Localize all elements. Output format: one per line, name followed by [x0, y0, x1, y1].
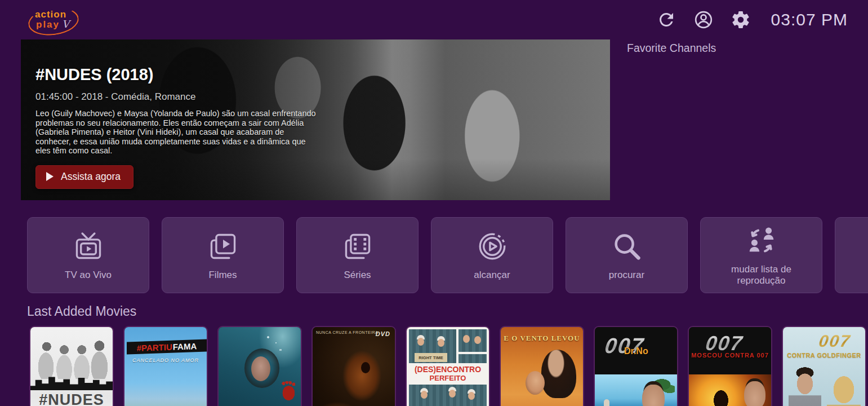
poster-mouth	[361, 362, 370, 373]
poster-sign: RIGHT TIME	[415, 353, 447, 362]
poster-woman	[827, 372, 861, 406]
poster-title: (DES)ENCONTRO PERFEITO	[407, 365, 489, 382]
logo-text-play: play	[36, 19, 60, 30]
movie-poster-partiufama[interactable]: #PARTIU FAMA CANCELADO NO AMOR	[123, 326, 208, 406]
movie-poster-nudes[interactable]: #NUDES	[29, 326, 114, 406]
top-bar: action play V 03:07 PM	[0, 0, 868, 39]
poster-art	[313, 327, 395, 406]
search-icon	[611, 230, 643, 263]
poster-title: CONTRA GOLDFINGER	[783, 352, 865, 359]
poster-face	[642, 385, 665, 406]
poster-face	[438, 339, 444, 347]
live-tv-icon	[72, 230, 105, 263]
watch-now-label: Assista agora	[61, 171, 121, 183]
menu-tile-switch-playlist[interactable]: mudar lista de reprodução	[700, 217, 822, 293]
refresh-icon[interactable]	[656, 10, 676, 30]
poster-title-line1: (DES)ENCONTRO	[407, 365, 489, 374]
menu-label: procurar	[609, 270, 644, 281]
hero-meta: 01:45:00 - 2018 - Comédia, Romance	[35, 91, 340, 103]
switch-playlist-icon	[745, 224, 778, 257]
account-icon[interactable]	[693, 10, 714, 30]
poster-bubbles	[264, 332, 286, 360]
movie-poster-moscou-contra-007[interactable]: 007 MOSCOU CONTRA 007	[688, 326, 772, 406]
poster-photo	[409, 385, 487, 406]
movie-poster-desencontro[interactable]: RIGHT TIME (DES)ENCONTRO PERFEITO	[406, 326, 490, 406]
app-logo: action play V	[27, 6, 81, 35]
poster-face	[744, 381, 765, 406]
poster-runner	[711, 389, 731, 406]
poster-title: E O VENTO LEVOU	[501, 334, 583, 343]
poster-title-part1: #PARTIU	[137, 342, 172, 352]
poster-subtitle: CANCELADO NO AMOR	[124, 358, 207, 363]
series-icon	[341, 230, 374, 263]
last-added-movies-row: #NUDES #PARTIU FAMA CANCELADO NO AMOR NU…	[29, 326, 866, 406]
hero-description: Leo (Guily Machovec) e Maysa (Yolanda de…	[35, 109, 320, 156]
poster-007-logo: 007	[818, 332, 852, 351]
hero-title: #NUDES (2018)	[35, 65, 340, 84]
menu-tile-series[interactable]: Séries	[296, 217, 419, 293]
movie-poster-vento-levou[interactable]: E O VENTO LEVOU	[500, 326, 584, 406]
poster-man	[789, 367, 821, 406]
poster-face	[251, 356, 270, 381]
menu-label: mudar lista de reprodução	[711, 264, 812, 286]
poster-title-part2: FAMA	[173, 341, 197, 351]
favorite-channels-title: Favorite Channels	[627, 42, 716, 55]
main-menu: TV ao Vivo Filmes Séries alcançar	[27, 217, 868, 293]
movie-poster-dr-no[interactable]: 007 Dr.No	[594, 326, 678, 406]
poster-photo	[459, 354, 487, 363]
poster-face	[421, 391, 428, 399]
menu-tile-partial[interactable]	[835, 217, 868, 293]
poster-title-line2: PERFEITO	[407, 374, 489, 382]
poster-figures	[35, 339, 108, 379]
menu-label: Séries	[344, 270, 371, 281]
poster-title: Dr.No	[624, 346, 648, 356]
poster-tagline: NUNCA CRUZE A FRONTEIRA...	[316, 330, 382, 334]
dvd-badge: DVD	[376, 330, 390, 337]
menu-label: Filmes	[208, 270, 237, 281]
clock: 03:07 PM	[771, 10, 848, 29]
last-added-title: Last Added Movies	[27, 304, 136, 319]
hero-content: #NUDES (2018) 01:45:00 - 2018 - Comédia,…	[35, 65, 340, 189]
app-screen: { "colors": { "background": "#330c45", "…	[0, 0, 868, 406]
catchup-icon	[476, 230, 509, 263]
play-icon	[46, 172, 54, 181]
poster-bloody-hand	[281, 381, 297, 400]
menu-tile-catchup[interactable]: alcançar	[431, 217, 553, 293]
menu-tile-live-tv[interactable]: TV ao Vivo	[27, 217, 149, 293]
poster-art	[124, 327, 207, 406]
poster-title: #NUDES	[30, 391, 113, 406]
hero-banner: #NUDES (2018) 01:45:00 - 2018 - Comédia,…	[21, 39, 610, 200]
movie-poster-frontier[interactable]: NUNCA CRUZE A FRONTEIRA... DVD	[311, 326, 396, 406]
movie-poster-underwater[interactable]	[217, 326, 302, 406]
menu-tile-search[interactable]: procurar	[566, 217, 688, 293]
poster-face	[417, 338, 424, 346]
poster-title: MOSCOU CONTRA 007	[689, 352, 771, 359]
poster-woman	[526, 371, 545, 395]
poster-face	[474, 336, 481, 344]
menu-label: TV ao Vivo	[65, 270, 112, 281]
logo-text-suffix: V	[62, 18, 69, 30]
movies-icon	[207, 230, 239, 263]
poster-face	[463, 335, 470, 343]
menu-label: alcançar	[474, 270, 510, 281]
watch-now-button[interactable]: Assista agora	[35, 165, 133, 189]
poster-face	[468, 392, 475, 400]
topbar-actions: 03:07 PM	[656, 0, 848, 39]
movie-poster-goldfinger[interactable]: 007 CONTRA GOLDFINGER	[782, 326, 866, 406]
poster-swimmer	[604, 399, 609, 406]
settings-icon[interactable]	[731, 10, 751, 30]
menu-tile-movies[interactable]: Filmes	[162, 217, 284, 293]
poster-face	[449, 390, 456, 398]
poster-photo	[459, 329, 487, 352]
